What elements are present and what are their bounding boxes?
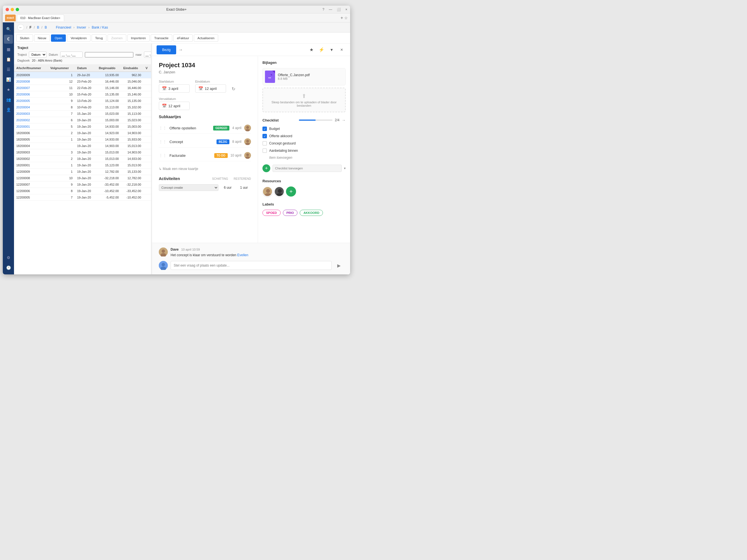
table-row[interactable]: 20200009 1 29-Jul-20 13,935.00 962.30	[14, 72, 151, 78]
datum-from-input[interactable]	[60, 52, 83, 58]
subcard-item[interactable]: ⋮⋮ Concept BEZIG 8 april	[159, 136, 251, 148]
einddatum-value[interactable]: 📅 12 april	[195, 84, 226, 93]
checklist-expand-icon[interactable]: →	[342, 118, 345, 122]
restore-icon[interactable]: ⬜	[337, 7, 341, 11]
tab-star-button[interactable]: ☆	[344, 16, 348, 20]
cell-afschrift[interactable]: 20200009	[14, 72, 48, 78]
breadcrumb-bank[interactable]: Bank / Kas	[92, 25, 108, 29]
status-arrow-icon[interactable]: →	[178, 47, 183, 52]
breadcrumb-invoer[interactable]: Invoer	[77, 25, 86, 29]
close-icon[interactable]: ×	[345, 7, 347, 11]
checklist-item[interactable]: ✓ Offerte akkoord	[262, 132, 345, 140]
checklist-item[interactable]: ✓ Budget	[262, 125, 345, 132]
transactie-button[interactable]: Transactie	[151, 34, 172, 42]
verwijderen-button[interactable]: Verwijderen	[67, 34, 90, 42]
table-row[interactable]: 18200005 1 19-Jan-20 14,933.00 15,933.00	[14, 136, 151, 143]
comment-send-button[interactable]: ▶	[334, 261, 343, 270]
close-panel-button[interactable]: ×	[338, 46, 345, 54]
table-row[interactable]: 20200002 6 19-Jan-20 15,003.00 15,023.00	[14, 117, 151, 124]
table-row[interactable]: 12200007 9 19-Jan-20 -33,452.00 -32,218.…	[14, 182, 151, 188]
comment-input-field[interactable]	[171, 261, 332, 270]
star-button[interactable]: ★	[308, 46, 315, 54]
checklist-dropdown-icon[interactable]: ▾	[344, 166, 345, 170]
lightning-button[interactable]: ⚡	[318, 46, 326, 54]
sync-icon[interactable]: ↻	[232, 86, 235, 91]
table-row[interactable]: 18200003 3 19-Jan-20 15,013.00 14,903.00	[14, 149, 151, 156]
table-row[interactable]: 20200004 8 10-Feb-20 15,113.00 15,102.00	[14, 104, 151, 111]
table-row[interactable]: 18200002 2 19-Jan-20 15,013.00 14,933.00	[14, 156, 151, 162]
subcard-item[interactable]: ⋮⋮ Facturatie TO DO 10 april	[159, 150, 251, 161]
table-row[interactable]: 20200003 7 15-Jan-20 15,023.00 15,113.00	[14, 111, 151, 117]
zoomen-button[interactable]: Zoomen	[107, 34, 126, 42]
table-row[interactable]: 18200001 1 19-Jan-20 15,123.00 15,013.00	[14, 162, 151, 168]
sidebar-icon-search[interactable]: 🔍	[4, 25, 13, 34]
table-row[interactable]: 18200006 2 19-Jan-20 14,923.00 14,903.00	[14, 130, 151, 136]
checklist-checkbox[interactable]: ✓	[262, 127, 267, 131]
breadcrumb-financieel[interactable]: Financieel	[56, 25, 71, 29]
table-row[interactable]: 12200009 1 19-Jan-20 12,782.00 15,133.00	[14, 168, 151, 175]
sidebar-icon-home[interactable]: €	[4, 35, 13, 44]
nieuw-button[interactable]: Nieuw	[34, 34, 50, 42]
label-badge[interactable]: PRIO	[283, 210, 298, 216]
label-badge[interactable]: AKKOORD	[300, 210, 323, 216]
nav-back-button[interactable]: ←	[17, 24, 24, 31]
minimize-dot[interactable]	[11, 8, 14, 11]
nav-f[interactable]: F	[29, 25, 31, 29]
checklist-item[interactable]: Aanbetaling binnen	[262, 147, 345, 154]
checklist-checkbox[interactable]: ✓	[262, 134, 267, 138]
table-row[interactable]: 18200004 19-Jan-20 14,903.00 15,013.00	[14, 143, 151, 149]
sidebar-icon-list[interactable]: ☰	[4, 65, 13, 74]
importeren-button[interactable]: Importeren	[127, 34, 150, 42]
terug-button[interactable]: Terug	[92, 34, 107, 42]
sidebar-icon-document[interactable]: 📋	[4, 55, 13, 64]
checklist-input[interactable]	[273, 165, 342, 172]
activiteit-select[interactable]: Concept creatie	[159, 184, 218, 191]
table-row[interactable]: 20200005 9 13-Feb-20 15,124.00 15,135.00	[14, 98, 151, 104]
sidebar-icon-clock[interactable]: 🕐	[4, 263, 13, 272]
calendar-icon-from[interactable]	[85, 52, 133, 57]
traject-select[interactable]: Datum	[29, 52, 47, 58]
comment-mention[interactable]: Evellen	[237, 253, 248, 257]
table-row[interactable]: 20200006 10 15-Feb-20 15,135.00 15,146.0…	[14, 91, 151, 98]
tab-add-button[interactable]: +	[341, 16, 343, 21]
datum-to-input[interactable]	[144, 52, 151, 58]
table-row[interactable]: 20200007 11 22-Feb-20 15,146.00 16,446.0…	[14, 85, 151, 91]
sluiten-button[interactable]: Sluiten	[16, 34, 33, 42]
maximize-dot[interactable]	[16, 8, 19, 11]
actualiseren-button[interactable]: Actualiseren	[194, 34, 218, 42]
new-card-link[interactable]: ↳ Maak een nieuw kaartje	[159, 166, 251, 172]
add-item-label[interactable]: Item toevoegen	[269, 156, 292, 160]
minimize-icon[interactable]: —	[329, 7, 332, 11]
vervaldatum-value[interactable]: 📅 12 april	[159, 102, 190, 110]
label-badge[interactable]: SPOED	[262, 210, 281, 216]
open-button[interactable]: Open	[51, 34, 66, 42]
sidebar-icon-chart[interactable]: 📊	[4, 75, 13, 84]
expand-button[interactable]: ▾	[328, 46, 336, 54]
sidebar-icon-user[interactable]: 👤	[4, 105, 13, 114]
table-row[interactable]: 20200008 12 23-Feb-20 16,446.00 15,046.0…	[14, 78, 151, 85]
nav-b1[interactable]: B	[37, 25, 39, 29]
bijlage-item[interactable]: PDF Offerte_C.Janzen.pdf 8.8 MB	[262, 68, 345, 85]
tab-main[interactable]: 010 · MacBean Exact Globe+	[17, 15, 64, 21]
sidebar-icon-settings[interactable]: ⚙	[4, 253, 13, 262]
startdatum-value[interactable]: 📅 3 april	[159, 84, 190, 93]
checklist-item[interactable]: Concept gestuurd	[262, 140, 345, 147]
table-row[interactable]: 12200006 8 19-Jan-20 -10,452.00 -33,452.…	[14, 188, 151, 194]
resource-add-button[interactable]: +	[286, 186, 296, 196]
sidebar-icon-star[interactable]: ★	[4, 85, 13, 94]
table-row[interactable]: 12200005 7 19-Jan-20 -5,452.00 -10,452.0…	[14, 194, 151, 201]
close-dot[interactable]	[6, 8, 9, 11]
checklist-checkbox[interactable]	[262, 149, 267, 153]
sidebar-icon-layout[interactable]: ▦	[4, 45, 13, 54]
upload-area[interactable]: ⬆ Sleep bestanden om te uploaden of blad…	[262, 88, 345, 112]
table-row[interactable]: 12200008 10 19-Jan-20 -32,218.00 12,782.…	[14, 175, 151, 182]
efactuur-button[interactable]: eFaktuur	[173, 34, 193, 42]
bezig-status-button[interactable]: Bezig	[157, 45, 176, 54]
checklist-checkbox[interactable]	[262, 141, 267, 145]
add-checklist-button[interactable]: +	[262, 164, 270, 172]
sidebar-icon-users[interactable]: 👥	[4, 95, 13, 104]
help-icon[interactable]: ?	[323, 7, 324, 11]
nav-b2[interactable]: B	[45, 25, 47, 29]
table-row[interactable]: 20200001 5 19-Jan-20 14,933.00 15,003.00	[14, 124, 151, 130]
subcard-item[interactable]: ⋮⋮ Offerte opstellen GEREED 4 april	[159, 122, 251, 134]
